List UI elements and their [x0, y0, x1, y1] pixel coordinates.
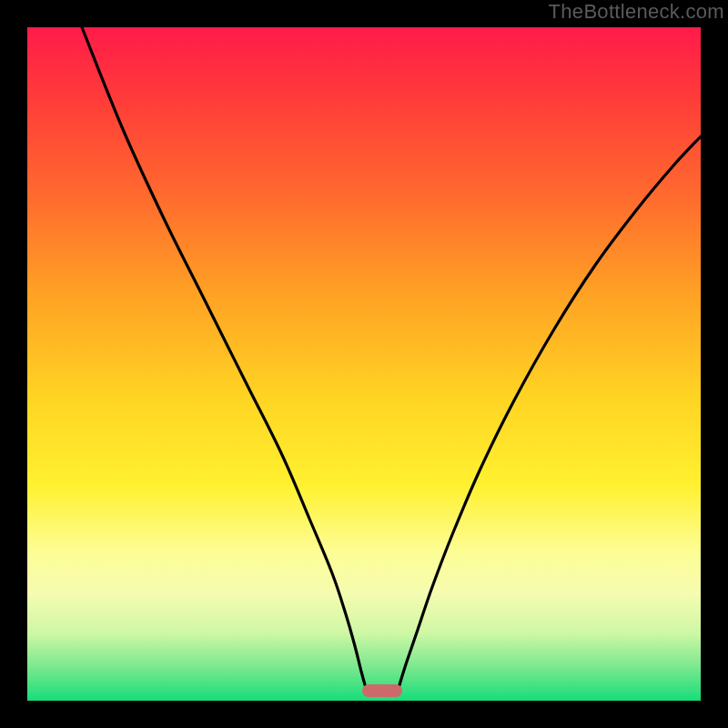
curves-layer: [27, 27, 701, 701]
watermark-text: TheBottleneck.com: [549, 0, 724, 24]
curve-left-branch: [82, 27, 366, 688]
bottleneck-marker: [362, 684, 402, 697]
chart-frame: [27, 27, 701, 701]
curve-right-branch: [399, 136, 701, 688]
